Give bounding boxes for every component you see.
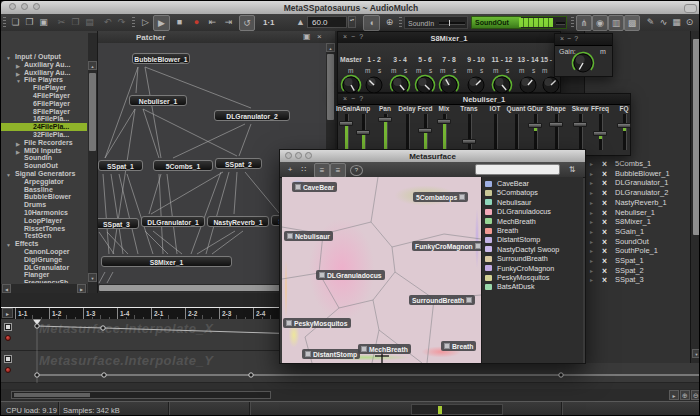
loop-icon[interactable]: ↺ [239,15,255,31]
patcher-node-bubbleblower_1[interactable]: BubbleBlower_1 [132,53,190,64]
about-icon[interactable]: ⊙ [683,16,696,29]
scroll-up-icon[interactable]: ▲ [88,61,97,70]
redo-icon[interactable]: ↷ [115,16,128,29]
snapshot-marker-surroundbreath[interactable]: SurroundBreath [409,295,475,305]
gain-knob[interactable] [571,51,595,75]
snapshot-marker-peskymosquitos[interactable]: PeskyMosquitos [283,318,351,328]
slider-track[interactable] [555,114,559,150]
delete-object-icon[interactable]: × [602,217,607,227]
tree-vscrollbar[interactable]: ▲ ▼ [88,33,97,321]
speaker-icon[interactable]: ◖ [363,15,380,31]
object-list-scroll-thumb[interactable] [693,39,700,235]
delete-object-icon[interactable]: × [602,169,607,179]
tempo-input[interactable]: 60.0 [307,16,347,28]
tree-item-32filepla-[interactable]: 32FilePla... [1,131,87,139]
object-list-item-nebuliser_1[interactable]: ▸×Nebuliser_1 [585,208,689,218]
expand-icon[interactable]: ▸ [590,208,593,218]
tree-item-bassline[interactable]: Bassline [1,186,87,194]
mute-button[interactable]: m [348,67,353,74]
delete-object-icon[interactable]: × [602,198,607,208]
automation-mode-icon[interactable]: ▸ [2,308,13,318]
snapshot-marker-cavebear[interactable]: CaveBear [292,182,337,192]
snapshot-marker-nebulisaur[interactable]: Nebulisaur [284,231,333,241]
tree-item-10harmonics[interactable]: 10Harmonics [1,209,87,217]
slider-track[interactable] [468,114,472,150]
snapshot-list-item-breath[interactable]: Breath [484,226,582,235]
snapshot-list-item-batsatdusk[interactable]: BatsAtDusk [484,282,582,291]
edit-pen-icon[interactable]: ✎ [644,16,657,29]
documents-view-icon[interactable]: ▥ [608,15,624,31]
mute-button[interactable]: m [493,67,498,74]
snapshots-icon[interactable]: ▦ [670,16,683,29]
patcher-close-icon[interactable]: × [317,32,322,41]
gain-mute-label[interactable]: m [600,48,606,55]
expand-icon[interactable]: ▸ [590,237,593,247]
object-list-item-soundout[interactable]: ▸×SoundOut [585,237,689,247]
tree-item-effects[interactable]: ▼Effects [1,240,87,248]
expand-icon[interactable]: ▸ [590,217,593,227]
snapshot-list-item-cavebear[interactable]: CaveBear [484,179,582,188]
snapshot-list-item-peskymosquitos[interactable]: PeskyMosquitos [484,273,582,282]
tree-item-flanger[interactable]: Flanger [1,271,87,279]
app-titlebar[interactable]: MetaSSpatosaurus ~ AudioMulch [1,1,700,15]
list-view-left-icon[interactable]: ≡ [314,163,330,178]
snapshot-list-item-surroundbreath[interactable]: SurroundBreath [484,254,582,263]
tree-item-auxiliary-au-[interactable]: ▶Auxiliary Au... [1,61,87,69]
delete-object-icon[interactable]: × [602,188,607,198]
titlebar-widget[interactable] [684,4,697,13]
slider-handle-trans[interactable] [462,139,476,144]
tree-item-soundin[interactable]: SoundIn [1,154,87,162]
snapshot-list-item-dlgranuladocus[interactable]: DLGranuladocus [484,207,582,216]
tree-item-bubbleblower[interactable]: BubbleBlower [1,193,87,201]
play-outline-icon[interactable]: ▷ [139,16,152,29]
network-icon[interactable]: ⊕ [383,16,396,29]
skip-back-icon[interactable]: ⇤ [206,16,219,29]
scroll-up-icon[interactable]: ▲ [326,43,335,52]
snapshot-list-item-nebulisaur[interactable]: Nebulisaur [484,198,582,207]
object-list-vscrollbar[interactable]: ▼ [690,31,700,363]
expand-icon[interactable]: ▸ [590,246,593,256]
tree-scroll-thumb[interactable] [89,73,96,151]
mute-button[interactable]: m [365,67,370,74]
zoom-out-icon[interactable]: ⊖ [691,390,700,400]
slider-handle-gdur[interactable] [528,123,542,128]
patcher-hscroll-thumb[interactable] [99,285,287,291]
tree-item-4fileplayer[interactable]: 4FilePlayer [1,92,87,100]
expand-icon[interactable]: ▸ [590,198,593,208]
add-snapshot-icon[interactable]: + [284,164,296,175]
delete-object-icon[interactable]: × [602,159,607,169]
solo-button[interactable]: s [480,67,483,74]
snapshot-marker-breath[interactable]: Breath [441,341,476,351]
envelope-y-point[interactable] [35,373,39,377]
stop-icon[interactable]: ■ [173,16,186,29]
snapshot-marker-distantstomp[interactable]: DistantStomp [302,349,360,359]
solo-button[interactable]: s [453,67,456,74]
slider-handle-ffreq[interactable] [593,131,607,136]
object-list-item-5combs_1[interactable]: ▸×5Combs_1 [585,159,689,169]
toolbar-drag-handle[interactable] [399,17,402,28]
solo-button[interactable]: s [429,67,432,74]
timeline-hscrollbar[interactable] [11,391,271,399]
slider-track[interactable] [534,114,538,150]
slider-track[interactable] [494,114,498,150]
object-list-item-s8mixer_1[interactable]: ▸×S8Mixer_1 [585,217,689,227]
delete-object-icon[interactable]: × [602,178,607,188]
envelope-y-point[interactable] [249,373,253,377]
object-list-item-dlgranulator_1[interactable]: ▸×DLGranulator_1 [585,178,689,188]
slider-handle-amp[interactable] [356,130,370,135]
toolbar-drag-handle[interactable] [132,17,135,28]
tree-item-digigrunge[interactable]: DigiGrunge [1,256,87,264]
delete-object-icon[interactable]: × [602,256,607,266]
mute-button[interactable]: m [416,67,421,74]
expand-icon[interactable]: ▸ [590,169,593,179]
slider-handle-ingain[interactable] [339,121,353,126]
snapshot-marker-dlgranuladocus[interactable]: DLGranuladocus [316,270,385,280]
scroll-right-icon[interactable]: ▶ [77,284,86,293]
slider-handle-mix[interactable] [437,119,451,124]
patcher-node-dlgranulator_1[interactable]: DLGranulator_1 [141,216,205,227]
tree-item-soundout[interactable]: SoundOut [1,162,87,170]
scroll-down-icon[interactable]: ▼ [88,273,97,282]
record-icon[interactable]: ● [190,16,203,29]
tree-item-midi-inputs[interactable]: ▶MIDI Inputs [1,147,87,155]
delete-object-icon[interactable]: × [602,266,607,276]
